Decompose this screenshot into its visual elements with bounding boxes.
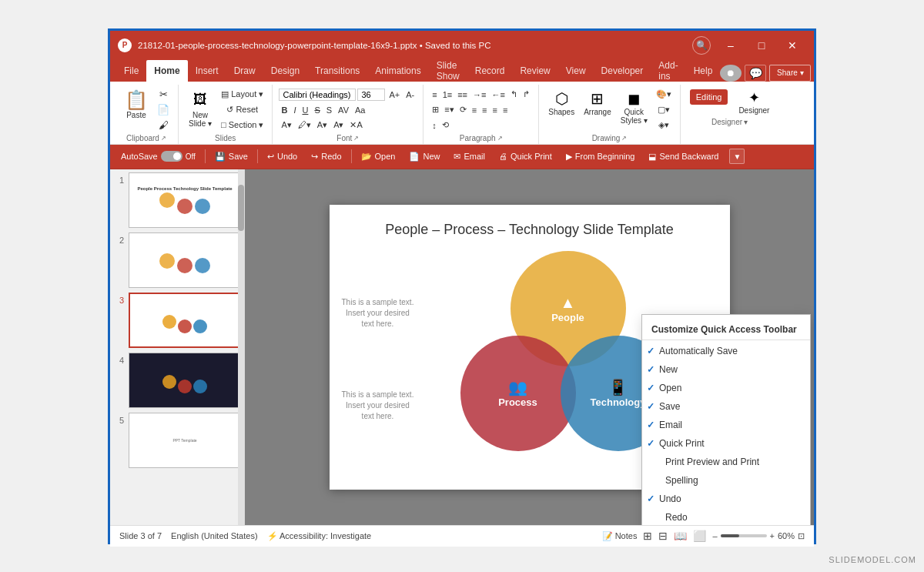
- italic-button[interactable]: I: [291, 103, 298, 117]
- shape-effects-button[interactable]: ◈▾: [654, 119, 674, 132]
- menu-item-autosave[interactable]: Automatically Save: [642, 342, 810, 360]
- char-spacing-button[interactable]: AV: [336, 103, 351, 117]
- slide-4[interactable]: 4: [113, 353, 241, 408]
- zoom-in-button[interactable]: +: [770, 531, 775, 540]
- smartart-button[interactable]: ⟳: [457, 103, 469, 117]
- align-right[interactable]: ≡: [490, 103, 499, 117]
- fit-slide-button[interactable]: ⊡: [798, 531, 805, 541]
- save-button[interactable]: 💾 Save: [210, 149, 253, 164]
- undo-button[interactable]: ↩ Undo: [263, 149, 302, 164]
- font-expand[interactable]: ↗: [353, 135, 359, 142]
- drawing-expand[interactable]: ↗: [621, 135, 627, 142]
- shape-fill-button[interactable]: 🎨▾: [654, 88, 674, 102]
- menu-item-new[interactable]: New: [642, 360, 810, 379]
- change-case-button[interactable]: Aa: [353, 103, 367, 117]
- tab-design[interactable]: Design: [263, 60, 307, 82]
- font-color-button[interactable]: A▾: [279, 119, 293, 132]
- clipboard-expand[interactable]: ↗: [161, 135, 166, 142]
- tab-review[interactable]: Review: [512, 60, 557, 82]
- layout-button[interactable]: ▤ Layout ▾: [219, 88, 266, 102]
- tab-draw[interactable]: Draw: [226, 60, 263, 82]
- share-button[interactable]: Share ▾: [769, 65, 811, 82]
- menu-item-open[interactable]: Open: [642, 379, 810, 397]
- from-beginning-button[interactable]: ▶ From Beginning: [561, 149, 640, 164]
- highlight-button[interactable]: 🖊▾: [296, 119, 313, 132]
- bullets-button[interactable]: ≡: [430, 88, 439, 102]
- copy-button[interactable]: 📄: [155, 103, 172, 117]
- slide-3[interactable]: 3: [113, 293, 241, 348]
- outline-view-button[interactable]: ⊟: [658, 530, 668, 542]
- autosave-toggle[interactable]: AutoSave Off: [116, 149, 200, 164]
- menu-item-quick-print[interactable]: Quick Print: [642, 434, 810, 453]
- panel-scrollbar[interactable]: [238, 169, 244, 525]
- tab-insert[interactable]: Insert: [188, 60, 226, 82]
- reading-view-button[interactable]: 📖: [674, 530, 687, 542]
- cut-button[interactable]: ✂: [155, 88, 172, 102]
- font-size-3[interactable]: A▾: [331, 119, 346, 132]
- quick-styles-button[interactable]: ◼ QuickStyles ▾: [618, 88, 651, 132]
- minimize-button[interactable]: –: [717, 35, 745, 56]
- paragraph-expand[interactable]: ↗: [497, 135, 503, 142]
- close-button[interactable]: ✕: [778, 35, 806, 56]
- indent-decrease[interactable]: ←≡: [489, 88, 507, 102]
- tab-addins[interactable]: Add-ins: [651, 60, 685, 82]
- email-button[interactable]: ✉ Email: [449, 149, 490, 164]
- menu-item-print-preview[interactable]: Print Preview and Print: [642, 453, 810, 471]
- font-size-2[interactable]: A▾: [315, 119, 330, 132]
- rtl-button[interactable]: ↰: [508, 88, 520, 102]
- zoom-out-button[interactable]: –: [712, 531, 717, 540]
- slide-2[interactable]: 2: [113, 232, 241, 288]
- designer-expand[interactable]: ▾: [744, 118, 748, 126]
- paste-button[interactable]: 📋 Paste: [121, 88, 152, 121]
- menu-item-undo[interactable]: Undo: [642, 490, 810, 508]
- ltr-button[interactable]: ↱: [521, 88, 532, 102]
- arrange-button[interactable]: ⊞ Arrange: [581, 88, 614, 132]
- font-size-input[interactable]: 36: [357, 89, 385, 101]
- tab-home[interactable]: Home: [146, 60, 187, 82]
- quick-print-button[interactable]: 🖨 Quick Print: [494, 149, 557, 163]
- slide-5[interactable]: 5 PPT Template: [113, 413, 241, 468]
- tab-view[interactable]: View: [558, 60, 594, 82]
- tab-developer[interactable]: Developer: [594, 60, 651, 82]
- tab-transitions[interactable]: Transitions: [307, 60, 367, 82]
- font-family-input[interactable]: Calibri (Headings): [279, 89, 356, 101]
- chat-icon[interactable]: 💬: [745, 65, 766, 82]
- qat-dropdown-button[interactable]: ▼: [729, 149, 745, 164]
- numbering-button[interactable]: 1≡: [440, 88, 455, 102]
- shape-outline-button[interactable]: ▢▾: [654, 103, 674, 117]
- format-painter-button[interactable]: 🖌: [155, 119, 172, 132]
- menu-item-email[interactable]: Email: [642, 416, 810, 434]
- align-center[interactable]: ≡: [480, 103, 489, 117]
- bold-button[interactable]: B: [279, 103, 290, 117]
- menu-item-spelling[interactable]: Spelling: [642, 471, 810, 490]
- editing-button[interactable]: Editing: [687, 88, 732, 116]
- align-text-button[interactable]: ≡▾: [442, 103, 456, 117]
- underline-button[interactable]: U: [300, 103, 310, 117]
- justify[interactable]: ≡: [500, 103, 510, 117]
- designer-button[interactable]: ✦ Designer: [735, 88, 772, 116]
- autosave-switch[interactable]: [161, 151, 182, 162]
- tab-record[interactable]: Record: [467, 60, 513, 82]
- open-button[interactable]: 📂 Open: [357, 149, 400, 164]
- multi-list-button[interactable]: ≡≡: [455, 88, 470, 102]
- tab-file[interactable]: File: [116, 60, 146, 82]
- new-button[interactable]: 📄 New: [404, 149, 444, 164]
- menu-item-redo[interactable]: Redo: [642, 508, 810, 525]
- slide-view-button[interactable]: ⊞: [643, 530, 652, 542]
- presenter-view-button[interactable]: ⬜: [693, 530, 706, 542]
- menu-item-save[interactable]: Save: [642, 397, 810, 416]
- notes-button[interactable]: 📝 Notes: [602, 531, 638, 541]
- send-backward-button[interactable]: ⬓ Send Backward: [644, 149, 723, 164]
- tab-animations[interactable]: Animations: [367, 60, 428, 82]
- new-slide-button[interactable]: 🖼 NewSlide ▾: [185, 88, 216, 129]
- section-button[interactable]: □ Section ▾: [219, 119, 266, 132]
- shadow-button[interactable]: S: [324, 103, 334, 117]
- align-left[interactable]: ≡: [470, 103, 479, 117]
- search-button[interactable]: 🔍: [692, 36, 711, 55]
- shapes-button[interactable]: ⬡ Shapes: [545, 88, 578, 132]
- reset-button[interactable]: ↺ Reset: [219, 103, 266, 117]
- slide-1[interactable]: 1 People Process Technology Slide Templa…: [113, 172, 241, 228]
- maximize-button[interactable]: □: [748, 35, 775, 56]
- decrease-font-button[interactable]: A-: [403, 88, 417, 102]
- text-direction-button[interactable]: ⟲: [440, 119, 451, 132]
